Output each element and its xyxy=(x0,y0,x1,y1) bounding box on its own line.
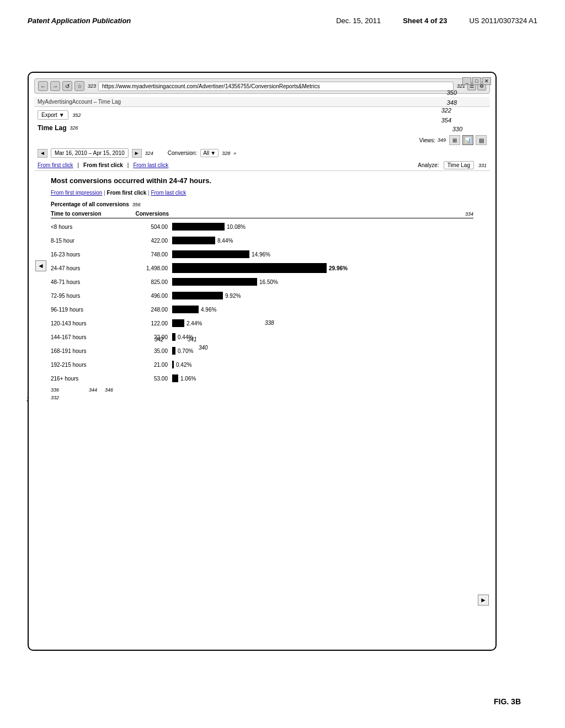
ref-346: 346 xyxy=(105,387,113,393)
figure-container: _ □ ✕ 350 348 322 354 330 ← → ↺ ☆ 323 ht… xyxy=(28,72,497,651)
data-row: 168-191 hours 35.00 0.70% xyxy=(51,345,473,357)
row-conversions: 248.00 xyxy=(122,307,172,313)
row-label: 168-191 hours xyxy=(51,348,122,354)
pipe2: | xyxy=(127,162,129,168)
time-lag-heading-row: Time Lag 326 xyxy=(34,123,490,133)
bar-fill xyxy=(172,333,175,341)
bar-label: 0.70% xyxy=(178,348,193,354)
row-conversions: 422.00 xyxy=(122,238,172,244)
pct-label-row: Percentage of all conversions 356 xyxy=(34,200,490,208)
analyze-label: Analyze: xyxy=(418,162,439,168)
bar-cell: 4.96% xyxy=(172,306,473,313)
window-controls: _ □ ✕ xyxy=(462,77,491,85)
page-title-tab: MyAdvertisingAccount – Time Lag xyxy=(38,99,121,105)
ref-332-row: 332 xyxy=(34,394,490,402)
bar-label: 14.96% xyxy=(252,251,270,258)
patent-header: Patent Application Publication Dec. 15, … xyxy=(0,0,565,30)
col-time-header: Time to conversion xyxy=(51,211,122,217)
data-row: 120-143 hours 122.00 2.44% xyxy=(51,317,473,329)
row-conversions: 825.00 xyxy=(122,279,172,285)
ref-356: 356 xyxy=(132,202,141,207)
maximize-btn[interactable]: □ xyxy=(472,77,481,85)
data-row: 48-71 hours 825.00 16.50% xyxy=(51,276,473,288)
ref-324: 324 xyxy=(145,151,153,156)
from-first-impression-link[interactable]: From first click xyxy=(38,162,73,168)
chart2-view-btn[interactable]: ▤ xyxy=(476,135,487,145)
bar-cell: 29.96% xyxy=(172,263,473,273)
data-row: 192-215 hours 21.00 0.42% xyxy=(51,358,473,371)
row-conversions: 53.00 xyxy=(122,376,172,382)
conversion-select[interactable]: All ▼ xyxy=(200,149,218,157)
from-last-click-sub[interactable]: From last click xyxy=(151,190,186,196)
data-row: 8-15 hour 422.00 8.44% xyxy=(51,234,473,247)
date-range-input[interactable]: Mar 16, 2010 – Apr 15, 2010 xyxy=(51,148,129,158)
time-lag-heading: Time Lag xyxy=(38,124,66,132)
row-label: 16-23 hours xyxy=(51,251,122,258)
row-conversions: 35.00 xyxy=(122,348,172,354)
bar-cell: 0.42% xyxy=(172,361,473,368)
ref-322: 322 xyxy=(441,107,451,114)
pct-all-label: Percentage of all conversions xyxy=(51,201,129,207)
back-btn[interactable]: ← xyxy=(38,81,48,91)
page: Patent Application Publication Dec. 15, … xyxy=(0,0,565,728)
ref-323-inline: 323 xyxy=(88,83,96,89)
from-first-click-link[interactable]: From first click xyxy=(83,162,123,168)
app-number-label: US 2011/0307324 A1 xyxy=(469,17,537,25)
minimize-btn[interactable]: _ xyxy=(462,77,471,85)
subtitle-row: From first impression | From first click… xyxy=(34,189,490,197)
ref-331: 331 xyxy=(478,163,487,168)
data-rows: <8 hours 504.00 10.08% 8-15 hour 422.00 … xyxy=(34,221,490,384)
row-label: 192-215 hours xyxy=(51,362,122,368)
bar-fill xyxy=(172,374,178,382)
bar-label: 0.42% xyxy=(176,362,191,368)
row-conversions: 122.00 xyxy=(122,320,172,326)
scroll-left-btn[interactable]: ◄ xyxy=(35,260,46,271)
ref-328: 328 xyxy=(222,151,230,156)
ref-342: 342 xyxy=(154,336,164,342)
bar-fill xyxy=(172,250,249,258)
row-conversions: 504.00 xyxy=(122,224,172,230)
row-label: 96-119 hours xyxy=(51,307,122,313)
time-lag-btn[interactable]: Time Lag xyxy=(444,161,474,169)
ref-340: 340 xyxy=(199,345,208,351)
col-headers-row: Time to conversion Conversions 334 xyxy=(34,211,490,217)
row-label: 72-95 hours xyxy=(51,293,122,299)
bar-fill xyxy=(172,347,175,355)
date-prev-btn[interactable]: ◄ xyxy=(38,149,47,158)
ref-336-row: 336 344 346 xyxy=(34,386,490,394)
row-conversions: 22.00 xyxy=(122,334,172,340)
data-row: 216+ hours 53.00 1.06% xyxy=(51,372,473,384)
bar-fill xyxy=(172,237,215,244)
from-first-impression-sub[interactable]: From first impression xyxy=(51,190,102,196)
bar-label: 8.44% xyxy=(217,238,233,244)
bar-cell: 0.44% xyxy=(172,333,473,341)
bar-cell: 9.92% xyxy=(172,292,473,299)
star-btn[interactable]: ☆ xyxy=(74,81,84,91)
bar-cell: 1.06% xyxy=(172,374,473,382)
forward-btn[interactable]: → xyxy=(50,81,60,91)
export-row: Export ▼ 352 xyxy=(34,109,490,121)
ref-336: 336 xyxy=(51,387,59,393)
table-view-btn[interactable]: ⊞ xyxy=(449,135,460,145)
date-next-btn[interactable]: ► xyxy=(132,149,142,158)
views-label: Views: xyxy=(419,137,435,143)
chart-title: Most conversions occurred within 24-47 h… xyxy=(51,176,211,185)
bar-label: 29.96% xyxy=(329,265,348,271)
close-btn[interactable]: ✕ xyxy=(482,77,491,85)
reload-btn[interactable]: ↺ xyxy=(62,81,72,91)
from-last-click-link[interactable]: From last click xyxy=(133,162,168,168)
publication-label: Patent Application Publication xyxy=(28,17,131,25)
row-label: 24-47 hours xyxy=(51,265,122,271)
url-bar[interactable]: https://www.myadvertisingaccount.com/Adv… xyxy=(98,82,454,91)
row-label: 144-167 hours xyxy=(51,334,122,340)
sub-toolbar: From first click | From first click | Fr… xyxy=(34,160,490,171)
ref-338: 338 xyxy=(265,320,274,326)
from-first-click-sub[interactable]: From first click xyxy=(107,190,147,196)
export-button[interactable]: Export ▼ xyxy=(38,110,68,120)
date-row: ◄ Mar 16, 2010 – Apr 15, 2010 ► 324 Conv… xyxy=(34,147,490,159)
scroll-right-btn[interactable]: ► xyxy=(478,595,489,606)
bar-fill xyxy=(172,361,174,368)
chart-view-btn[interactable]: 📊 xyxy=(462,135,473,145)
row-label: 48-71 hours xyxy=(51,279,122,285)
ref-344: 344 xyxy=(89,387,97,393)
